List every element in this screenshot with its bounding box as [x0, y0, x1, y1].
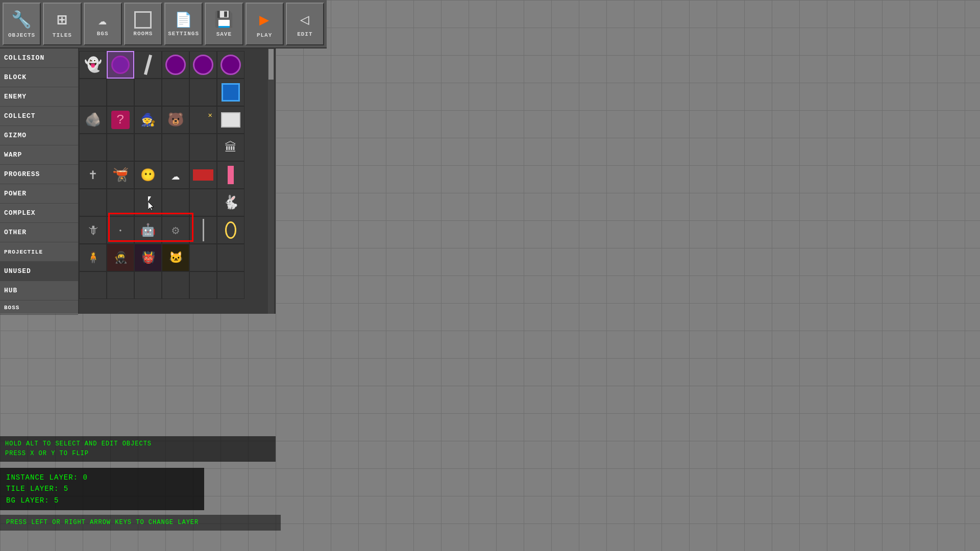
layer-hint-text: PRESS LEFT OR RIGHT ARROW KEYS TO CHANGE… [6, 518, 275, 528]
obj-cauldron[interactable]: 🫕 [107, 161, 134, 189]
save-button[interactable]: 💾 SAVE [205, 3, 243, 45]
sidebar-label-progress: PROGRESS [4, 170, 40, 178]
rooms-icon [134, 11, 152, 29]
obj-empty-1 [79, 79, 107, 106]
obj-empty-r2-2 [107, 134, 134, 161]
obj-sword[interactable]: 🗡 [79, 216, 107, 244]
sidebar-item-other[interactable]: OTHER [0, 223, 78, 242]
scroll-thumb[interactable] [268, 49, 274, 80]
obj-white-block[interactable] [217, 106, 244, 134]
obj-red-char[interactable]: 🥷 [107, 244, 134, 271]
obj-empty-r3-3 [134, 189, 162, 216]
obj-empty-r5-5 [189, 244, 217, 271]
obj-empty-r3-1 [79, 189, 107, 216]
obj-ghost[interactable]: 👻 [79, 51, 107, 79]
rooms-label: ROOMS [133, 31, 153, 37]
obj-purple-circle-selected[interactable] [107, 51, 134, 79]
obj-purple-circle-3[interactable] [189, 51, 217, 79]
layer-info-panel: INSTANCE LAYER: 0 TILE LAYER: 5 BG LAYER… [0, 468, 204, 510]
objects-button[interactable]: 🔧 OBJECTS [3, 3, 41, 45]
obj-empty-r3-5 [189, 189, 217, 216]
sidebar-label-collision: COLLISION [4, 54, 44, 62]
category-sidebar: COLLISION BLOCK ENEMY COLLECT GIZMO WARP… [0, 48, 79, 314]
sidebar-label-power: POWER [4, 190, 27, 197]
sidebar-item-progress[interactable]: PROGRESS [0, 165, 78, 184]
obj-stone-face[interactable]: 😶 [134, 161, 162, 189]
layer-change-hint: PRESS LEFT OR RIGHT ARROW KEYS TO CHANGE… [0, 515, 281, 531]
hint-line-1: HOLD ALT TO SELECT AND EDIT OBJECTS [5, 439, 271, 449]
obj-pink-question[interactable]: ? [107, 106, 134, 134]
sidebar-item-projectile[interactable]: PROJECTILE [0, 242, 78, 262]
sidebar-item-enemy[interactable]: ENEMY [0, 87, 78, 107]
instance-layer-text: INSTANCE LAYER: 0 [6, 472, 198, 483]
obj-staff-char[interactable]: 🧍 [79, 244, 107, 271]
obj-orange-rock[interactable]: 🪨 [79, 106, 107, 134]
obj-empty-4 [162, 79, 189, 106]
sidebar-label-hub: HUB [4, 287, 17, 294]
sidebar-item-power[interactable]: POWER [0, 184, 78, 204]
sidebar-item-collision[interactable]: COLLISION [0, 48, 78, 68]
sidebar-item-unused[interactable]: UNUSED [0, 262, 78, 281]
obj-empty-5 [189, 79, 217, 106]
obj-rabbit[interactable]: 🐇 [217, 189, 244, 216]
sidebar-label-enemy: ENEMY [4, 93, 27, 101]
tiles-icon: ⊞ [57, 10, 67, 30]
sidebar-item-boss[interactable]: BOSS [0, 300, 78, 315]
obj-tower[interactable]: 🏛 [217, 134, 244, 161]
obj-char-1[interactable]: 🧙 [134, 106, 162, 134]
obj-purple-circle-2[interactable] [162, 51, 189, 79]
obj-knife[interactable] [134, 51, 162, 79]
obj-oval-ring[interactable] [217, 216, 244, 244]
obj-blue-box[interactable] [217, 79, 244, 106]
obj-empty-r3-2 [107, 189, 134, 216]
bgs-button[interactable]: ☁ BGs [84, 3, 122, 45]
object-panel-scrollbar[interactable] [268, 48, 274, 314]
hint-line-2: PRESS X OR Y TO FLIP [5, 449, 271, 459]
tiles-button[interactable]: ⊞ TILES [43, 3, 81, 45]
tiles-label: TILES [53, 32, 72, 38]
sidebar-label-gizmo: GIZMO [4, 132, 27, 139]
obj-cloud[interactable]: ☁ [162, 161, 189, 189]
settings-label: SETTINGS [168, 31, 199, 37]
obj-purple-circle-4[interactable] [217, 51, 244, 79]
edit-label: EDIT [297, 31, 312, 37]
edit-button[interactable]: ◁ EDIT [286, 3, 324, 45]
sidebar-item-warp[interactable]: WARP [0, 145, 78, 165]
obj-empty-r2-3 [134, 134, 162, 161]
obj-vert-line[interactable] [189, 216, 217, 244]
obj-empty-c6 [217, 271, 244, 299]
obj-gold-char[interactable]: 🐱 [162, 244, 189, 271]
obj-empty-r5-6 [217, 244, 244, 271]
obj-cross[interactable]: ✝ [79, 161, 107, 189]
obj-empty-2 [107, 79, 134, 106]
hints-bar: HOLD ALT TO SELECT AND EDIT OBJECTS PRES… [0, 436, 276, 462]
sidebar-label-boss: BOSS [4, 305, 19, 311]
tile-layer-text: TILE LAYER: 5 [6, 483, 198, 494]
save-icon: 💾 [214, 10, 234, 29]
obj-small-x[interactable]: ✕ [189, 106, 217, 134]
sidebar-item-hub[interactable]: HUB [0, 281, 78, 300]
sidebar-item-block[interactable]: BLOCK [0, 68, 78, 87]
obj-empty-c1 [79, 271, 107, 299]
settings-button[interactable]: 📄 SETTINGS [164, 3, 203, 45]
bgs-label: BGs [97, 31, 109, 37]
obj-purple-enemy[interactable]: 👹 [134, 244, 162, 271]
obj-empty-c3 [134, 271, 162, 299]
rooms-button[interactable]: ROOMS [124, 3, 162, 45]
obj-red-rect[interactable] [189, 161, 217, 189]
obj-small-dot[interactable]: ● [107, 216, 134, 244]
obj-robot-2[interactable]: ⚙ [162, 216, 189, 244]
obj-bear[interactable]: 🐻 [162, 106, 189, 134]
play-button[interactable]: ▶ PLAY [246, 3, 284, 45]
obj-pink-bar[interactable] [217, 161, 244, 189]
sidebar-item-complex[interactable]: COMPLEX [0, 204, 78, 223]
sidebar-label-block: BLOCK [4, 73, 27, 81]
edit-icon: ◁ [300, 10, 310, 29]
obj-robot[interactable]: 🤖 [134, 216, 162, 244]
object-panel: 👻 [79, 48, 276, 314]
sidebar-item-collect[interactable]: COLLECT [0, 107, 78, 126]
save-label: SAVE [216, 31, 232, 37]
toolbar: 🔧 OBJECTS ⊞ TILES ☁ BGs ROOMS 📄 SETTINGS… [0, 0, 327, 48]
sidebar-label-complex: COMPLEX [4, 209, 36, 217]
sidebar-item-gizmo[interactable]: GIZMO [0, 126, 78, 145]
